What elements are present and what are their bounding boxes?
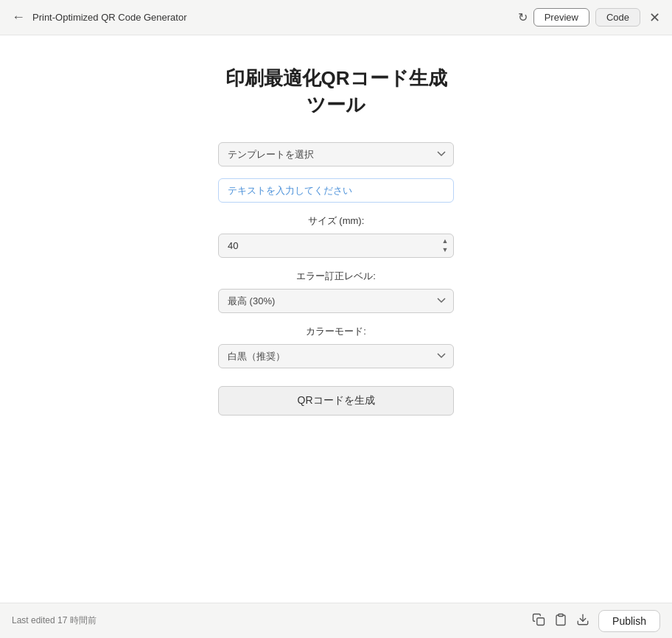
template-select[interactable]: テンプレートを選択 ビジネスカード チラシ ポスター [218, 142, 454, 166]
code-button[interactable]: Code [595, 8, 640, 27]
svg-rect-1 [559, 614, 563, 616]
refresh-icon[interactable]: ↻ [518, 10, 528, 24]
share-icon[interactable] [532, 613, 545, 629]
top-bar-right: ↻ Preview Code ✕ [518, 8, 660, 27]
download-icon[interactable] [576, 613, 589, 629]
publish-button[interactable]: Publish [598, 610, 660, 632]
app-title: Print-Optimized QR Code Generator [32, 12, 187, 23]
close-button[interactable]: ✕ [649, 10, 660, 26]
color-mode-select[interactable]: 白黒（推奨） カラー [218, 344, 454, 368]
error-correction-select[interactable]: 低 (7%) 中 (15%) 四分の一 (25%) 最高 (30%) [218, 289, 454, 313]
top-bar: ← Print-Optimized QR Code Generator ↻ Pr… [0, 0, 672, 35]
size-spinner[interactable]: ▲ ▼ [439, 236, 451, 254]
error-correction-label: エラー訂正レベル: [218, 270, 454, 283]
copy-icon[interactable] [554, 613, 567, 629]
size-input[interactable] [218, 234, 454, 258]
size-down-button[interactable]: ▼ [439, 245, 451, 254]
size-label: サイズ (mm): [218, 214, 454, 228]
back-button[interactable]: ← [12, 10, 25, 25]
size-up-button[interactable]: ▲ [439, 236, 451, 245]
text-input[interactable] [218, 178, 454, 203]
svg-rect-0 [537, 617, 545, 625]
main-content: 印刷最適化QRコード生成 ツール テンプレートを選択 ビジネスカード チラシ ポ… [0, 35, 672, 603]
size-input-wrapper: ▲ ▼ [218, 234, 454, 258]
bottom-bar: Last edited 17 時間前 Publish [0, 603, 672, 638]
top-bar-left: ← Print-Optimized QR Code Generator [12, 10, 187, 25]
preview-button[interactable]: Preview [533, 8, 589, 27]
form-container: テンプレートを選択 ビジネスカード チラシ ポスター サイズ (mm): ▲ ▼… [218, 142, 454, 416]
generate-button[interactable]: QRコードを生成 [218, 386, 454, 416]
last-edited-text: Last edited 17 時間前 [12, 614, 97, 627]
color-mode-label: カラーモード: [218, 325, 454, 338]
page-title: 印刷最適化QRコード生成 ツール [225, 65, 447, 119]
bottom-right-actions: Publish [532, 610, 660, 632]
